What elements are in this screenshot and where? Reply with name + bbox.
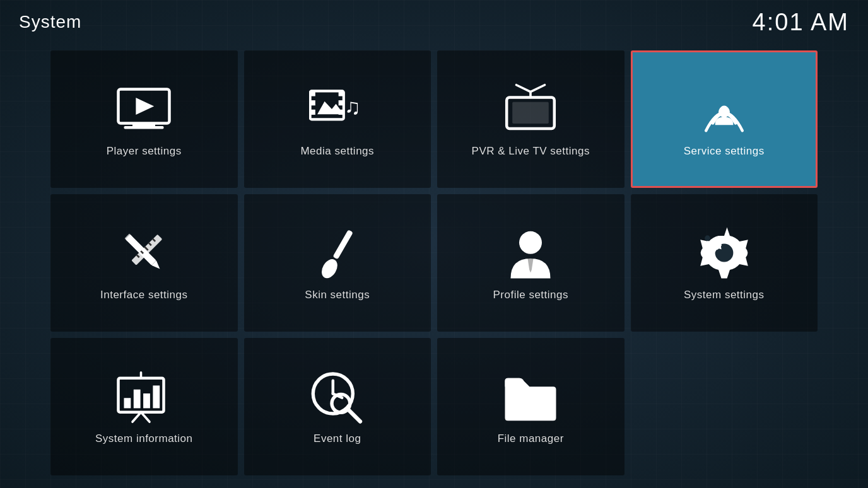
event-log-tile[interactable]: Event log bbox=[244, 338, 431, 475]
profile-settings-tile[interactable]: Profile settings bbox=[437, 194, 625, 332]
profile-settings-label: Profile settings bbox=[493, 289, 569, 301]
svg-rect-38 bbox=[124, 398, 131, 408]
system-settings-tile[interactable]: System settings bbox=[631, 194, 818, 332]
svg-line-45 bbox=[348, 409, 360, 422]
svg-point-29 bbox=[319, 257, 341, 281]
svg-rect-6 bbox=[310, 100, 315, 105]
svg-rect-3 bbox=[132, 124, 155, 127]
file-manager-tile[interactable]: File manager bbox=[437, 338, 625, 475]
clock: 4:01 AM bbox=[753, 9, 849, 36]
player-icon bbox=[115, 81, 172, 137]
system-settings-icon bbox=[696, 224, 753, 281]
pvr-settings-tile[interactable]: PVR & Live TV settings bbox=[437, 50, 625, 188]
svg-rect-9 bbox=[338, 100, 343, 105]
svg-rect-5 bbox=[310, 91, 315, 96]
settings-grid: Player settings ♫ Media settings bbox=[50, 50, 818, 475]
svg-line-35 bbox=[132, 412, 141, 422]
interface-icon bbox=[115, 224, 172, 281]
svg-rect-28 bbox=[332, 229, 353, 259]
svg-point-18 bbox=[720, 106, 729, 115]
service-icon bbox=[696, 81, 753, 137]
player-settings-tile[interactable]: Player settings bbox=[50, 50, 238, 188]
svg-text:♫: ♫ bbox=[344, 95, 360, 119]
player-settings-label: Player settings bbox=[107, 145, 182, 158]
service-settings-tile[interactable]: Service settings bbox=[631, 50, 818, 188]
media-icon: ♫ bbox=[309, 81, 366, 137]
page-title: System bbox=[19, 12, 81, 32]
skin-settings-label: Skin settings bbox=[305, 289, 370, 301]
svg-line-13 bbox=[531, 85, 545, 92]
svg-line-36 bbox=[141, 412, 150, 422]
service-settings-label: Service settings bbox=[684, 145, 765, 158]
pvr-icon bbox=[502, 81, 559, 137]
media-settings-label: Media settings bbox=[300, 145, 374, 158]
svg-point-30 bbox=[519, 231, 542, 254]
system-settings-label: System settings bbox=[684, 289, 765, 301]
file-manager-label: File manager bbox=[498, 433, 564, 445]
svg-point-33 bbox=[705, 235, 710, 241]
svg-rect-8 bbox=[338, 91, 343, 96]
header: System 4:01 AM bbox=[0, 0, 868, 44]
interface-settings-tile[interactable]: Interface settings bbox=[50, 194, 238, 332]
system-information-tile[interactable]: System information bbox=[50, 338, 238, 475]
skin-icon bbox=[309, 224, 366, 281]
pvr-settings-label: PVR & Live TV settings bbox=[472, 145, 590, 158]
svg-rect-41 bbox=[153, 385, 160, 408]
interface-settings-label: Interface settings bbox=[100, 289, 187, 301]
svg-rect-7 bbox=[310, 110, 315, 115]
skin-settings-tile[interactable]: Skin settings bbox=[244, 194, 431, 332]
event-log-icon bbox=[309, 368, 366, 425]
svg-marker-1 bbox=[136, 98, 155, 115]
profile-icon bbox=[502, 224, 559, 281]
file-manager-icon bbox=[502, 368, 559, 425]
system-information-label: System information bbox=[95, 433, 193, 445]
svg-rect-16 bbox=[512, 102, 549, 124]
media-settings-tile[interactable]: ♫ Media settings bbox=[244, 50, 431, 188]
event-log-label: Event log bbox=[314, 433, 361, 445]
svg-rect-39 bbox=[134, 390, 141, 409]
system-information-icon bbox=[115, 368, 172, 425]
svg-rect-40 bbox=[143, 393, 150, 408]
svg-line-12 bbox=[517, 85, 531, 92]
